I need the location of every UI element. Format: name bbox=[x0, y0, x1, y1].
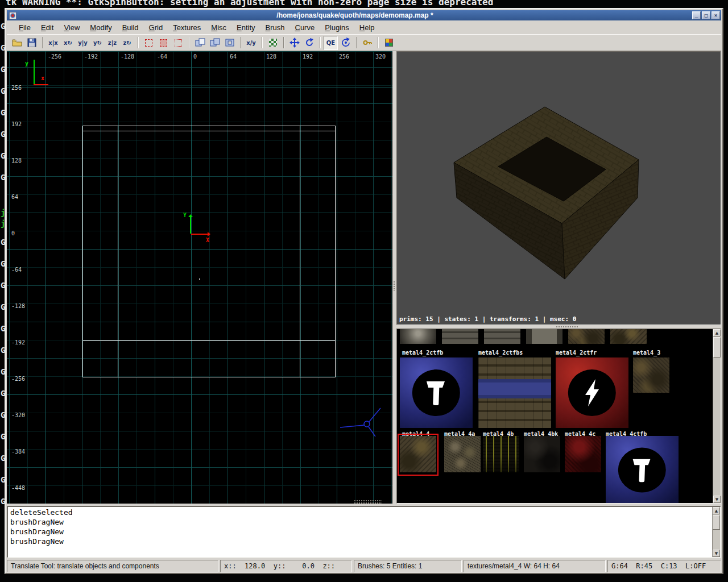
2d-xy-view[interactable]: -256 -192 -128 -64 0 64 128 192 256 320 … bbox=[7, 51, 392, 504]
texture-tile-partial[interactable] bbox=[400, 329, 436, 344]
splitter-grip[interactable] bbox=[393, 281, 396, 291]
rotate-y-button[interactable]: y↻ bbox=[90, 36, 105, 50]
texture-scrollbar[interactable]: ▲ ▼ bbox=[713, 329, 721, 503]
lightning-icon bbox=[576, 377, 608, 409]
free-rotation-button[interactable] bbox=[338, 36, 353, 50]
texture-tile-metal4_2ctfr[interactable] bbox=[556, 357, 628, 428]
status-tool: Translate Tool: translate objects and co… bbox=[7, 560, 218, 572]
splitter-grip[interactable] bbox=[556, 326, 578, 328]
menu-view[interactable]: View bbox=[59, 22, 85, 34]
3d-camera-view[interactable]: prims: 15 | states: 1 | transforms: 1 | … bbox=[396, 51, 721, 325]
ruler-label-top: 320 bbox=[375, 53, 386, 60]
qe-resize-tool-button[interactable]: QE bbox=[324, 36, 338, 50]
ruler-label-top: -192 bbox=[84, 53, 98, 60]
scroll-down-button[interactable]: ▼ bbox=[713, 550, 720, 557]
status-coordinates: x:: 128.0 y:: 0.0 z:: 0.0 bbox=[220, 560, 352, 572]
vertex-dot bbox=[199, 278, 200, 280]
scroll-down-button[interactable]: ▼ bbox=[713, 496, 721, 503]
vertical-splitter[interactable] bbox=[392, 51, 396, 504]
flip-x-button[interactable]: x|x bbox=[46, 36, 60, 50]
texture-tile-metal4_4c[interactable] bbox=[565, 436, 601, 472]
window-titlebar[interactable]: /home/jonas/quake/quoth/maps/demomap.map… bbox=[7, 10, 721, 20]
save-floppy-icon bbox=[27, 38, 36, 47]
texture-label: metal4_2ctfr bbox=[556, 350, 597, 356]
brush-edge[interactable] bbox=[300, 126, 300, 377]
console-log[interactable]: deleteSelected brushDragNew brushDragNew… bbox=[7, 506, 721, 558]
menu-help[interactable]: Help bbox=[354, 22, 380, 34]
menu-entity[interactable]: Entity bbox=[231, 22, 260, 34]
statusbar: Translate Tool: translate objects and co… bbox=[7, 559, 721, 573]
rotate-x-button[interactable]: x↻ bbox=[61, 36, 75, 50]
origin-axis-y bbox=[190, 217, 191, 234]
toolbar-separator bbox=[378, 37, 379, 48]
select-whole-entity-button[interactable] bbox=[171, 36, 185, 50]
flip-y-button[interactable]: y|y bbox=[76, 36, 90, 50]
console-scrollbar[interactable]: ▲ ▼ bbox=[712, 507, 720, 557]
texture-tile-metal4_4ctfb[interactable] bbox=[606, 436, 679, 504]
maximize-button[interactable]: □ bbox=[702, 11, 710, 19]
menu-edit[interactable]: Edit bbox=[36, 22, 59, 34]
toolbar-separator bbox=[189, 37, 190, 48]
open-button[interactable] bbox=[10, 36, 24, 50]
flip-z-icon: z|z bbox=[108, 40, 117, 46]
menu-plugins[interactable]: Plugins bbox=[320, 22, 354, 34]
translate-mode-button[interactable] bbox=[287, 36, 301, 50]
scrollbar-thumb[interactable] bbox=[713, 337, 721, 357]
menu-build[interactable]: Build bbox=[117, 22, 144, 34]
menu-curve[interactable]: Curve bbox=[290, 22, 320, 34]
brush-edge[interactable] bbox=[82, 340, 336, 341]
save-button[interactable] bbox=[24, 36, 39, 50]
minimize-button[interactable]: _ bbox=[692, 11, 701, 19]
brush-key-button[interactable] bbox=[360, 36, 374, 50]
flip-z-button[interactable]: z|z bbox=[105, 36, 119, 50]
csg-merge-button[interactable] bbox=[208, 36, 222, 50]
rotate-z-button[interactable]: z↻ bbox=[120, 36, 134, 50]
scroll-up-button[interactable]: ▲ bbox=[713, 507, 720, 514]
change-views-button[interactable]: x/y bbox=[244, 36, 258, 50]
texture-tile-partial[interactable] bbox=[568, 329, 605, 344]
brush-edge[interactable] bbox=[118, 126, 118, 377]
menu-grid[interactable]: Grid bbox=[144, 22, 168, 34]
scroll-up-button[interactable]: ▲ bbox=[713, 329, 721, 336]
menu-misc[interactable]: Misc bbox=[206, 22, 231, 34]
menu-brush[interactable]: Brush bbox=[260, 22, 290, 34]
menu-modify[interactable]: Modify bbox=[85, 22, 117, 34]
texture-view-mode-button[interactable] bbox=[266, 36, 280, 50]
brush-edge[interactable] bbox=[82, 131, 336, 131]
texture-tile-partial[interactable] bbox=[526, 329, 562, 344]
make-hollow-icon bbox=[225, 38, 235, 47]
window-menu-icon[interactable] bbox=[9, 12, 16, 19]
menu-textures[interactable]: Textures bbox=[168, 22, 206, 34]
ruler-label-left: -128 bbox=[11, 303, 25, 309]
texture-browser[interactable]: metal4_2ctfb metal4_2ctfbs metal4_2ctfr … bbox=[396, 329, 721, 504]
ruler-label-left: 0 bbox=[11, 230, 15, 236]
texture-tile-metal4_2ctfbs[interactable] bbox=[478, 357, 551, 428]
ruler-label-top: -256 bbox=[48, 53, 61, 60]
console-splitter[interactable] bbox=[354, 500, 382, 505]
close-button[interactable]: × bbox=[712, 11, 720, 19]
console-line: brushDragNew bbox=[10, 527, 711, 537]
console-line: deleteSelected bbox=[10, 508, 711, 517]
toolbar: x|x x↻ y|y y↻ z|z z↻ x/y bbox=[7, 34, 721, 51]
toolbar-separator bbox=[283, 37, 284, 48]
plugins-button[interactable] bbox=[382, 36, 396, 50]
texture-tile-metal4_2ctfb[interactable] bbox=[400, 357, 473, 428]
select-inside-button[interactable] bbox=[156, 36, 171, 50]
texture-tile-metal4_3[interactable] bbox=[633, 357, 669, 393]
select-touching-button[interactable] bbox=[142, 36, 156, 50]
ruler-label-left: -384 bbox=[11, 448, 25, 455]
texture-tile-metal4_4b[interactable] bbox=[483, 436, 519, 472]
texture-tile-partial[interactable] bbox=[442, 329, 478, 344]
rotate-mode-button[interactable] bbox=[302, 36, 316, 50]
menu-file[interactable]: File bbox=[14, 22, 36, 34]
brush-outline[interactable] bbox=[82, 126, 336, 377]
texture-tile-partial[interactable] bbox=[610, 329, 647, 344]
toolbar-separator bbox=[262, 37, 263, 48]
texture-tile-metal4_4bk[interactable] bbox=[524, 436, 560, 472]
csg-subtract-button[interactable] bbox=[193, 36, 207, 50]
scrollbar-thumb[interactable] bbox=[713, 515, 720, 530]
make-hollow-button[interactable] bbox=[222, 36, 237, 50]
texture-tile-partial[interactable] bbox=[484, 329, 520, 344]
ruler-label-top: 256 bbox=[339, 53, 349, 60]
texture-tile-metal4_4a[interactable] bbox=[444, 436, 481, 472]
